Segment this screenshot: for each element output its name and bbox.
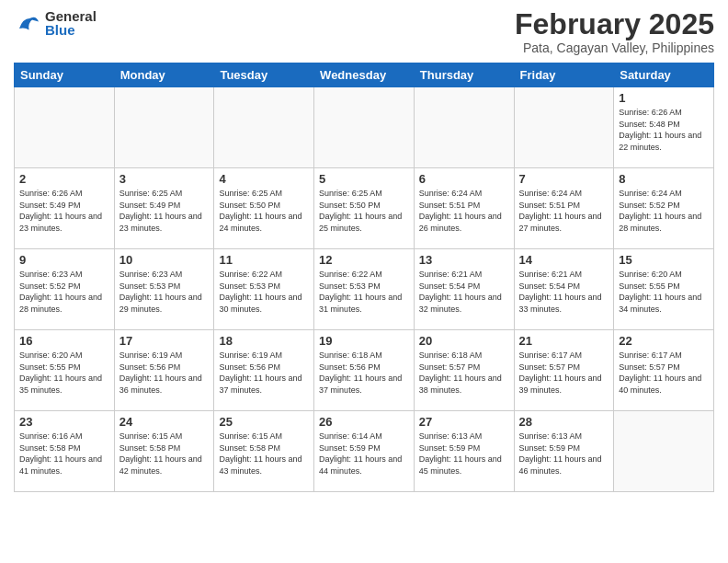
calendar-cell: 20Sunrise: 6:18 AMSunset: 5:57 PMDayligh… bbox=[414, 330, 514, 411]
week-row-5: 23Sunrise: 6:16 AMSunset: 5:58 PMDayligh… bbox=[15, 411, 714, 492]
calendar-cell: 2Sunrise: 6:26 AMSunset: 5:49 PMDaylight… bbox=[15, 168, 115, 249]
calendar-cell bbox=[414, 87, 514, 168]
col-header-monday: Monday bbox=[114, 63, 214, 87]
day-info: Sunrise: 6:21 AMSunset: 5:54 PMDaylight:… bbox=[519, 269, 609, 315]
calendar-cell: 14Sunrise: 6:21 AMSunset: 5:54 PMDayligh… bbox=[514, 249, 614, 330]
day-number: 10 bbox=[119, 253, 210, 267]
calendar-cell bbox=[514, 87, 614, 168]
calendar-cell bbox=[614, 411, 714, 492]
day-info: Sunrise: 6:18 AMSunset: 5:57 PMDaylight:… bbox=[419, 350, 509, 396]
day-info: Sunrise: 6:23 AMSunset: 5:53 PMDaylight:… bbox=[119, 269, 210, 315]
logo-icon bbox=[14, 9, 41, 37]
day-number: 25 bbox=[219, 415, 309, 429]
day-info: Sunrise: 6:22 AMSunset: 5:53 PMDaylight:… bbox=[319, 269, 409, 315]
calendar-cell: 13Sunrise: 6:21 AMSunset: 5:54 PMDayligh… bbox=[414, 249, 514, 330]
logo-text: General Blue bbox=[45, 9, 97, 37]
calendar-cell bbox=[214, 87, 314, 168]
day-number: 19 bbox=[319, 334, 409, 348]
day-number: 26 bbox=[319, 415, 409, 429]
day-number: 8 bbox=[619, 172, 709, 186]
day-info: Sunrise: 6:24 AMSunset: 5:52 PMDaylight:… bbox=[619, 188, 709, 234]
calendar-cell: 27Sunrise: 6:13 AMSunset: 5:59 PMDayligh… bbox=[414, 411, 514, 492]
week-row-1: 1Sunrise: 6:26 AMSunset: 5:48 PMDaylight… bbox=[15, 87, 714, 168]
day-number: 16 bbox=[19, 334, 109, 348]
day-number: 3 bbox=[119, 172, 210, 186]
day-info: Sunrise: 6:25 AMSunset: 5:50 PMDaylight:… bbox=[219, 188, 309, 234]
calendar-cell: 28Sunrise: 6:13 AMSunset: 5:59 PMDayligh… bbox=[514, 411, 614, 492]
calendar-header-row: SundayMondayTuesdayWednesdayThursdayFrid… bbox=[15, 63, 714, 87]
header: General Blue February 2025 Pata, Cagayan… bbox=[14, 9, 714, 55]
day-info: Sunrise: 6:18 AMSunset: 5:56 PMDaylight:… bbox=[319, 350, 409, 396]
col-header-sunday: Sunday bbox=[15, 63, 115, 87]
calendar-cell bbox=[314, 87, 415, 168]
day-number: 21 bbox=[519, 334, 609, 348]
day-info: Sunrise: 6:14 AMSunset: 5:59 PMDaylight:… bbox=[319, 431, 409, 477]
calendar-cell: 18Sunrise: 6:19 AMSunset: 5:56 PMDayligh… bbox=[214, 330, 314, 411]
day-number: 27 bbox=[419, 415, 509, 429]
day-number: 28 bbox=[519, 415, 609, 429]
calendar-cell: 17Sunrise: 6:19 AMSunset: 5:56 PMDayligh… bbox=[114, 330, 214, 411]
day-info: Sunrise: 6:19 AMSunset: 5:56 PMDaylight:… bbox=[219, 350, 309, 396]
calendar-cell: 3Sunrise: 6:25 AMSunset: 5:49 PMDaylight… bbox=[114, 168, 214, 249]
month-title: February 2025 bbox=[515, 9, 714, 39]
day-number: 14 bbox=[519, 253, 609, 267]
logo-blue: Blue bbox=[45, 23, 97, 37]
calendar-cell: 12Sunrise: 6:22 AMSunset: 5:53 PMDayligh… bbox=[314, 249, 415, 330]
location: Pata, Cagayan Valley, Philippines bbox=[515, 40, 714, 55]
day-number: 22 bbox=[619, 334, 709, 348]
day-info: Sunrise: 6:17 AMSunset: 5:57 PMDaylight:… bbox=[519, 350, 609, 396]
calendar-cell bbox=[114, 87, 214, 168]
day-info: Sunrise: 6:15 AMSunset: 5:58 PMDaylight:… bbox=[219, 431, 309, 477]
day-info: Sunrise: 6:21 AMSunset: 5:54 PMDaylight:… bbox=[419, 269, 509, 315]
day-number: 18 bbox=[219, 334, 309, 348]
day-info: Sunrise: 6:13 AMSunset: 5:59 PMDaylight:… bbox=[519, 431, 609, 477]
day-info: Sunrise: 6:25 AMSunset: 5:50 PMDaylight:… bbox=[319, 188, 409, 234]
day-number: 24 bbox=[119, 415, 210, 429]
day-info: Sunrise: 6:19 AMSunset: 5:56 PMDaylight:… bbox=[119, 350, 210, 396]
calendar-cell: 19Sunrise: 6:18 AMSunset: 5:56 PMDayligh… bbox=[314, 330, 415, 411]
calendar-cell: 8Sunrise: 6:24 AMSunset: 5:52 PMDaylight… bbox=[614, 168, 714, 249]
day-number: 1 bbox=[619, 91, 709, 105]
day-info: Sunrise: 6:24 AMSunset: 5:51 PMDaylight:… bbox=[519, 188, 609, 234]
day-number: 2 bbox=[19, 172, 109, 186]
calendar-cell: 11Sunrise: 6:22 AMSunset: 5:53 PMDayligh… bbox=[214, 249, 314, 330]
calendar-cell: 7Sunrise: 6:24 AMSunset: 5:51 PMDaylight… bbox=[514, 168, 614, 249]
calendar-cell: 21Sunrise: 6:17 AMSunset: 5:57 PMDayligh… bbox=[514, 330, 614, 411]
col-header-friday: Friday bbox=[514, 63, 614, 87]
col-header-wednesday: Wednesday bbox=[314, 63, 415, 87]
day-number: 23 bbox=[19, 415, 109, 429]
week-row-4: 16Sunrise: 6:20 AMSunset: 5:55 PMDayligh… bbox=[15, 330, 714, 411]
day-number: 15 bbox=[619, 253, 709, 267]
page-container: General Blue February 2025 Pata, Cagayan… bbox=[0, 0, 728, 501]
calendar-cell: 10Sunrise: 6:23 AMSunset: 5:53 PMDayligh… bbox=[114, 249, 214, 330]
title-area: February 2025 Pata, Cagayan Valley, Phil… bbox=[515, 9, 714, 55]
calendar-cell: 9Sunrise: 6:23 AMSunset: 5:52 PMDaylight… bbox=[15, 249, 115, 330]
day-number: 12 bbox=[319, 253, 409, 267]
calendar-cell: 23Sunrise: 6:16 AMSunset: 5:58 PMDayligh… bbox=[15, 411, 115, 492]
day-number: 7 bbox=[519, 172, 609, 186]
day-number: 4 bbox=[219, 172, 309, 186]
calendar-table: SundayMondayTuesdayWednesdayThursdayFrid… bbox=[14, 63, 714, 492]
week-row-3: 9Sunrise: 6:23 AMSunset: 5:52 PMDaylight… bbox=[15, 249, 714, 330]
day-info: Sunrise: 6:20 AMSunset: 5:55 PMDaylight:… bbox=[19, 350, 109, 396]
col-header-thursday: Thursday bbox=[414, 63, 514, 87]
logo-general: General bbox=[45, 9, 97, 23]
calendar-cell: 4Sunrise: 6:25 AMSunset: 5:50 PMDaylight… bbox=[214, 168, 314, 249]
col-header-tuesday: Tuesday bbox=[214, 63, 314, 87]
day-number: 6 bbox=[419, 172, 509, 186]
calendar-cell: 26Sunrise: 6:14 AMSunset: 5:59 PMDayligh… bbox=[314, 411, 415, 492]
day-info: Sunrise: 6:26 AMSunset: 5:48 PMDaylight:… bbox=[619, 107, 709, 153]
calendar-cell bbox=[15, 87, 115, 168]
day-number: 17 bbox=[119, 334, 210, 348]
calendar-cell: 22Sunrise: 6:17 AMSunset: 5:57 PMDayligh… bbox=[614, 330, 714, 411]
day-info: Sunrise: 6:26 AMSunset: 5:49 PMDaylight:… bbox=[19, 188, 109, 234]
day-info: Sunrise: 6:15 AMSunset: 5:58 PMDaylight:… bbox=[119, 431, 210, 477]
col-header-saturday: Saturday bbox=[614, 63, 714, 87]
day-info: Sunrise: 6:24 AMSunset: 5:51 PMDaylight:… bbox=[419, 188, 509, 234]
day-info: Sunrise: 6:13 AMSunset: 5:59 PMDaylight:… bbox=[419, 431, 509, 477]
day-info: Sunrise: 6:20 AMSunset: 5:55 PMDaylight:… bbox=[619, 269, 709, 315]
calendar-cell: 16Sunrise: 6:20 AMSunset: 5:55 PMDayligh… bbox=[15, 330, 115, 411]
day-info: Sunrise: 6:16 AMSunset: 5:58 PMDaylight:… bbox=[19, 431, 109, 477]
day-number: 11 bbox=[219, 253, 309, 267]
logo: General Blue bbox=[14, 9, 97, 37]
